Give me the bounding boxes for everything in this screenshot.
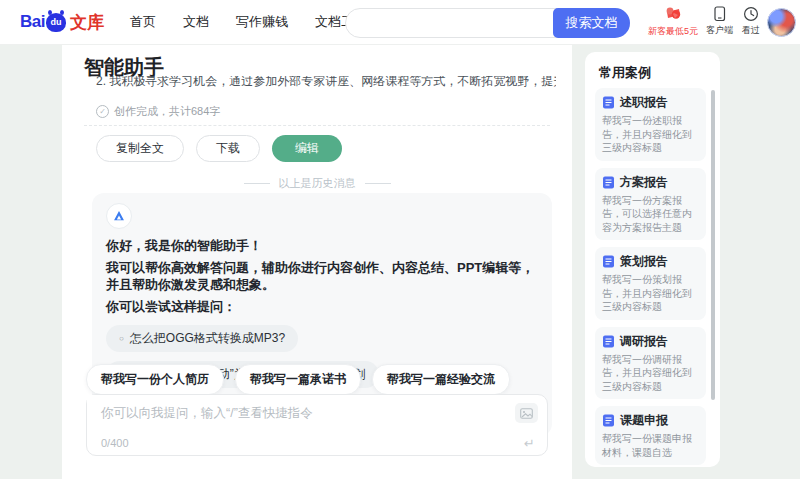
- nav-item-docs[interactable]: 文档: [183, 13, 209, 31]
- chat-panel: 智能助手 2. 我积极寻求学习机会，通过参加外部专家讲座、网络课程等方式，不断拓…: [62, 45, 572, 479]
- document-icon: [602, 414, 615, 427]
- user-avatar[interactable]: [767, 8, 796, 37]
- status-text: 创作完成，共计684字: [114, 104, 220, 119]
- message-composer: 0/400 ↵: [86, 394, 548, 456]
- phone-icon: [712, 6, 727, 22]
- logo-wenku-text: 文库: [70, 11, 104, 34]
- suggestion-chip-ogg-mp3[interactable]: ○ 怎么把OGG格式转换成MP3?: [106, 325, 298, 352]
- examples-panel: 常用案例 述职报告 帮我写一份述职报告，并且内容细化到三级内容标题: [585, 52, 720, 467]
- copy-full-text-button[interactable]: 复制全文: [96, 135, 184, 162]
- assistant-avatar: [106, 203, 132, 229]
- example-item-diaoyan-report[interactable]: 调研报告 帮我写一份调研报告，并且内容细化到三级内容标题: [595, 327, 706, 400]
- promo-label: 新客最低5元: [648, 25, 698, 38]
- example-list: 述职报告 帮我写一份述职报告，并且内容细化到三级内容标题 方案报告 帮我写一份方…: [595, 88, 706, 467]
- bullet-icon: ○: [119, 334, 124, 343]
- welcome-greeting: 你好，我是你的智能助手！: [106, 237, 538, 255]
- attach-image-button[interactable]: [515, 403, 538, 423]
- baidu-wenku-assistant-page: Bai du 文库 首页 文档 写作赚钱 文档工具 更多 搜索文档 新客最低5元: [0, 0, 800, 479]
- example-item-cehua-report[interactable]: 策划报告 帮我写一份策划报告，并且内容细化到三级内容标题: [595, 247, 706, 320]
- message-input[interactable]: [87, 395, 503, 429]
- clock-icon: [743, 6, 759, 22]
- example-item-shuzhi-report[interactable]: 述职报告 帮我写一份述职报告，并且内容细化到三级内容标题: [595, 88, 706, 161]
- section-divider: [84, 125, 550, 126]
- quick-prompt-resume[interactable]: 帮我写一份个人简历: [86, 364, 224, 395]
- document-icon: [602, 96, 615, 109]
- message-actions: 复制全文 下载 编辑: [96, 135, 342, 162]
- gift-icon: [663, 6, 683, 23]
- history-divider: 以上是历史消息: [62, 176, 572, 191]
- nav-item-earn[interactable]: 写作赚钱: [236, 13, 288, 31]
- edit-button[interactable]: 编辑: [272, 135, 342, 162]
- new-user-promo[interactable]: 新客最低5元: [642, 6, 704, 38]
- viewed-history[interactable]: 看过: [742, 6, 760, 37]
- viewed-label: 看过: [742, 24, 760, 37]
- quick-prompt-experience[interactable]: 帮我写一篇经验交流: [372, 364, 510, 395]
- nav-item-home[interactable]: 首页: [130, 13, 156, 31]
- image-icon: [520, 408, 533, 419]
- document-icon: [602, 176, 615, 189]
- welcome-intro: 我可以帮你高效解答问题，辅助你进行内容创作、内容总结、PPT编辑等，并且帮助你激…: [106, 259, 538, 294]
- logo-du-text: du: [50, 17, 61, 27]
- search-button[interactable]: 搜索文档: [553, 8, 630, 38]
- logo-bai-text: Bai: [20, 12, 45, 32]
- send-enter-icon[interactable]: ↵: [524, 436, 535, 451]
- client-app[interactable]: 客户端: [706, 6, 733, 37]
- quick-prompt-commitment[interactable]: 帮我写一篇承诺书: [235, 364, 361, 395]
- document-icon: [602, 255, 615, 268]
- search-bar: 搜索文档: [345, 8, 630, 38]
- top-nav: Bai du 文库 首页 文档 写作赚钱 文档工具 更多 搜索文档 新客最低5元: [0, 0, 800, 45]
- baidu-paw-icon: du: [46, 13, 66, 32]
- sidebar-scrollbar[interactable]: [711, 90, 715, 400]
- assistant-logo-icon: [111, 208, 127, 224]
- quick-prompts: 帮我写一份个人简历 帮我写一篇承诺书 帮我写一篇经验交流: [86, 364, 510, 395]
- baidu-wenku-logo[interactable]: Bai du 文库: [20, 11, 104, 34]
- welcome-hint: 你可以尝试这样提问：: [106, 298, 538, 316]
- example-item-fangan-report[interactable]: 方案报告 帮我写一份方案报告，可以选择任意内容为方案报告主题: [595, 168, 706, 241]
- document-icon: [602, 335, 615, 348]
- creation-status: ✓ 创作完成，共计684字: [96, 104, 220, 119]
- client-label: 客户端: [706, 24, 733, 37]
- check-icon: ✓: [96, 105, 109, 118]
- example-item-keti-shenbao[interactable]: 课题申报 帮我写一份课题申报材料，课题自选: [595, 406, 706, 465]
- history-message-tail: 2. 我积极寻求学习机会，通过参加外部专家讲座、网络课程等方式，不断拓宽视野，提…: [96, 76, 556, 89]
- download-button[interactable]: 下载: [196, 135, 260, 162]
- char-counter: 0/400: [101, 437, 129, 449]
- examples-title: 常用案例: [599, 64, 651, 82]
